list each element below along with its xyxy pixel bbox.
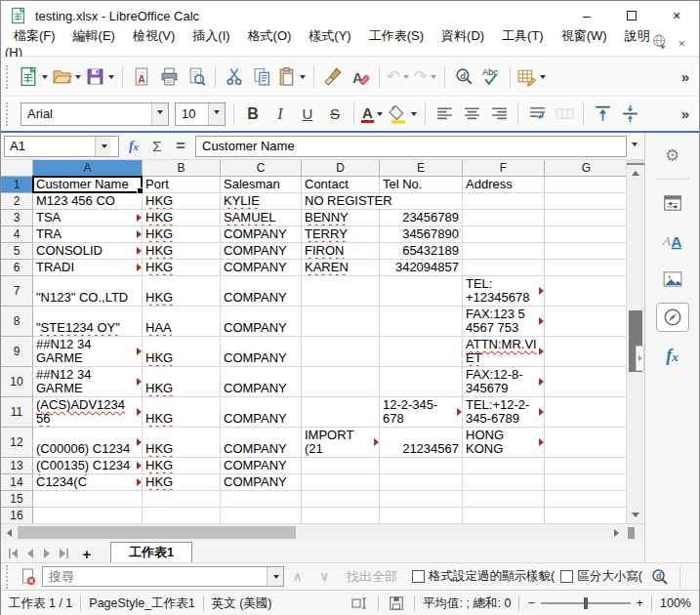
merge-cells-button[interactable] xyxy=(551,100,578,129)
cell-C7[interactable]: COMPANY xyxy=(221,276,302,307)
gallery-icon[interactable] xyxy=(656,265,689,294)
cell-A14[interactable]: (C00135) C1234(C xyxy=(33,474,143,491)
cell-G2[interactable] xyxy=(545,193,626,210)
zoom-slider-thumb[interactable] xyxy=(584,597,588,609)
column-header-E[interactable]: E xyxy=(380,160,463,177)
scroll-left-arrow[interactable] xyxy=(1,524,18,541)
cell-D16[interactable] xyxy=(302,508,380,523)
first-sheet-button[interactable] xyxy=(5,545,21,562)
cell-E16[interactable] xyxy=(380,508,463,523)
insert-row-button[interactable] xyxy=(515,62,549,92)
column-header-B[interactable]: B xyxy=(143,160,221,177)
cell-G8[interactable] xyxy=(545,307,626,337)
cell-C3[interactable]: SAMUEL xyxy=(221,210,302,226)
cell-A13[interactable]: (C00135) C1234 xyxy=(33,458,143,474)
cell-E1[interactable]: Tel No. xyxy=(380,177,463,193)
cell-G4[interactable] xyxy=(545,226,626,243)
cell-G12[interactable] xyxy=(545,428,626,458)
cell-A12[interactable]: (C00006) C1234 xyxy=(33,428,143,458)
row-header-14[interactable]: 14 xyxy=(1,474,33,491)
cell-G14[interactable] xyxy=(545,474,626,491)
close-button[interactable]: × xyxy=(654,1,699,30)
cell-B12[interactable]: HKG xyxy=(143,428,221,458)
cell-B16[interactable] xyxy=(143,508,221,523)
cell-F2[interactable] xyxy=(463,193,545,210)
redo-dropdown-arrow[interactable] xyxy=(431,75,436,82)
zoom-in-button[interactable]: + xyxy=(637,596,643,610)
cell-C14[interactable]: COMPANY xyxy=(221,474,302,491)
scroll-right-arrow[interactable] xyxy=(608,524,625,541)
horizontal-scrollbar-thumb[interactable] xyxy=(18,526,296,539)
font-name-combo[interactable]: Arial xyxy=(21,102,169,126)
column-header-A[interactable]: A xyxy=(33,160,143,177)
row-header-5[interactable]: 5 xyxy=(1,243,33,260)
cell-E9[interactable] xyxy=(380,337,463,367)
toolbar-grip[interactable] xyxy=(6,565,13,589)
wrap-text-button[interactable] xyxy=(523,100,551,129)
row-header-9[interactable]: 9 xyxy=(1,337,33,367)
cell-F6[interactable] xyxy=(463,260,545,276)
open-file-dropdown-arrow[interactable] xyxy=(75,75,81,82)
cell-F7[interactable]: 692918 TEL: +12345678 xyxy=(463,276,545,307)
cell-E11[interactable]: 12-2-345-678 xyxy=(380,397,463,428)
font-size-combo[interactable]: 10 xyxy=(175,102,226,126)
menu-item-5[interactable]: 樣式(Y) xyxy=(300,25,359,46)
paste-button[interactable] xyxy=(275,62,309,92)
expand-formula-bar-button[interactable] xyxy=(627,136,641,157)
formula-input-line[interactable] xyxy=(195,136,627,157)
row-header-11[interactable]: 11 xyxy=(1,397,33,428)
cell-D14[interactable] xyxy=(302,474,380,491)
cell-E4[interactable]: 34567890 xyxy=(380,226,463,243)
copy-button[interactable] xyxy=(248,62,275,92)
cell-G15[interactable] xyxy=(545,491,626,508)
find-previous-button[interactable]: ∧ xyxy=(284,569,311,584)
clear-formatting-button[interactable]: A xyxy=(347,62,374,92)
row-header-13[interactable]: 13 xyxy=(1,458,33,474)
align-center-button[interactable] xyxy=(458,100,485,129)
cell-B11[interactable]: HKG xyxy=(143,397,221,428)
navigator-icon[interactable] xyxy=(656,303,689,332)
cell-D8[interactable] xyxy=(302,307,380,337)
cell-G13[interactable] xyxy=(545,458,626,474)
sidebar-collapse-handle[interactable] xyxy=(636,346,644,371)
cell-D12[interactable]: IMPORT (21 xyxy=(302,428,380,458)
cell-F3[interactable] xyxy=(463,210,545,226)
menu-item-4[interactable]: 格式(O) xyxy=(239,25,301,46)
scroll-down-arrow[interactable] xyxy=(627,508,644,522)
column-header-F[interactable]: F xyxy=(463,160,545,177)
close-document-icon[interactable]: × xyxy=(678,36,685,51)
font-size-dropdown[interactable] xyxy=(208,103,225,125)
save-dropdown-arrow[interactable] xyxy=(108,75,114,82)
horizontal-split-handle[interactable] xyxy=(628,527,635,539)
row-header-15[interactable]: 15 xyxy=(1,491,33,508)
row-header-3[interactable]: 3 xyxy=(1,210,33,226)
cell-A2[interactable]: M123 456 CO xyxy=(33,193,143,210)
cell-G16[interactable] xyxy=(545,508,626,523)
formatted-display-checkbox[interactable]: 格式設定過的顯示樣貌( xyxy=(412,568,555,585)
cell-E5[interactable]: 65432189 xyxy=(380,243,463,260)
undo-button[interactable]: ↶ xyxy=(385,62,412,92)
cell-F5[interactable] xyxy=(463,243,545,260)
undo-dropdown-arrow[interactable] xyxy=(403,75,409,82)
page-style-status[interactable]: PageStyle_工作表1 xyxy=(89,595,194,612)
new-document-dropdown-arrow[interactable] xyxy=(42,75,48,82)
find-and-replace-button[interactable]: d xyxy=(646,562,674,592)
cell-G11[interactable] xyxy=(545,397,626,428)
column-header-C[interactable]: C xyxy=(221,160,302,177)
cell-G10[interactable] xyxy=(545,367,626,397)
cell-G3[interactable] xyxy=(545,210,626,226)
cell-F12[interactable]: HONG KONG xyxy=(463,428,545,458)
add-sheet-button[interactable]: + xyxy=(77,545,97,562)
new-document-button[interactable] xyxy=(18,62,51,92)
globe-icon[interactable] xyxy=(651,33,668,53)
cell-G6[interactable] xyxy=(545,260,626,276)
cell-D1[interactable]: Contact xyxy=(302,177,380,193)
match-case-checkbox[interactable]: 區分大小寫( xyxy=(560,568,642,585)
cell-E7[interactable] xyxy=(380,276,463,307)
zoom-out-button[interactable]: − xyxy=(527,596,534,610)
font-color-dropdown-arrow[interactable] xyxy=(377,112,383,119)
cell-B3[interactable]: HKG xyxy=(143,210,221,226)
print-preview-button[interactable] xyxy=(183,62,210,92)
cell-B6[interactable]: HKG xyxy=(143,260,221,276)
find-all-button[interactable]: 找出全部 xyxy=(338,568,406,586)
